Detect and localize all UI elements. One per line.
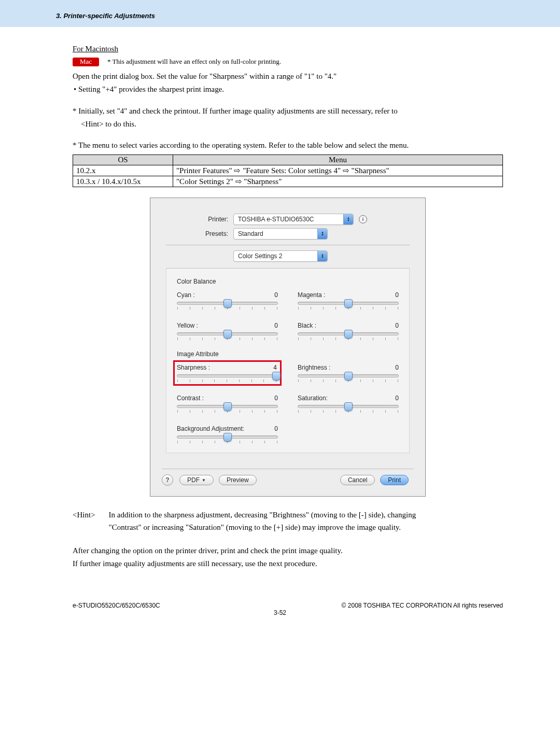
cell-os: 10.3.x / 10.4.x/10.5x <box>73 176 173 187</box>
page-header: 3. Printer-specific Adjustments <box>0 0 560 27</box>
slider-cyan[interactable]: Cyan : 0 <box>177 291 278 309</box>
os-menu-table: OS Menu 10.2.x "Printer Features" ⇨ "Fea… <box>73 154 503 187</box>
presets-select-value: Standard <box>234 230 268 237</box>
chevron-updown-icon: ▲▼ <box>343 214 353 224</box>
slider-background-adjustment[interactable]: Background Adjustment: 0 <box>177 425 278 443</box>
mac-note: * This adjustment will have an effect on… <box>107 58 281 66</box>
help-button[interactable]: ? <box>162 474 173 486</box>
slider-label: Saturation: <box>298 395 328 402</box>
slider-yellow[interactable]: Yellow : 0 <box>177 322 278 340</box>
cancel-button[interactable]: Cancel <box>340 475 375 485</box>
slider-contrast[interactable]: Contrast : 0 <box>177 395 278 413</box>
paragraph: * The menu to select varies according to… <box>73 139 503 151</box>
preview-button[interactable]: Preview <box>219 475 257 485</box>
printer-label: Printer: <box>166 216 233 223</box>
cell-menu: "Printer Features" ⇨ "Feature Sets: Colo… <box>173 165 503 176</box>
slider-value: 0 <box>274 425 278 432</box>
info-icon[interactable]: i <box>359 215 367 223</box>
chevron-updown-icon: ▲▼ <box>317 229 327 239</box>
printer-select-value: TOSHIBA e-STUDIO6530C <box>234 216 318 223</box>
paragraph: * Initially, set "4" and check the print… <box>73 105 503 117</box>
closing-line: After changing the option on the printer… <box>73 545 503 557</box>
print-dialog: Printer: TOSHIBA e-STUDIO6530C ▲▼ i Pres… <box>150 198 426 497</box>
slider-label: Magenta : <box>298 291 325 299</box>
table-row: 10.2.x "Printer Features" ⇨ "Feature Set… <box>73 165 503 176</box>
slider-label: Black : <box>298 322 316 329</box>
section-title: For Macintosh <box>73 45 503 53</box>
page-body: For Macintosh Mac * This adjustment will… <box>0 27 560 586</box>
chevron-updown-icon: ▲▼ <box>317 251 327 261</box>
pdf-button[interactable]: PDF ▼ <box>179 475 214 485</box>
section-image-attribute: Image Attribute <box>177 350 399 358</box>
chapter-title: 3. Printer-specific Adjustments <box>56 12 155 20</box>
slider-value: 0 <box>395 291 399 299</box>
slider-brightness[interactable]: Brightness : 0 <box>298 364 399 382</box>
closing-line: If further image quality adjustments are… <box>73 558 503 570</box>
color-settings-panel: Color Balance Cyan : 0 Magenta : 0 <box>166 268 410 453</box>
table-header-menu: Menu <box>173 155 503 165</box>
slider-value: 0 <box>395 322 399 329</box>
presets-label: Presets: <box>166 230 233 237</box>
chevron-down-icon: ▼ <box>202 478 206 483</box>
presets-select[interactable]: Standard ▲▼ <box>233 228 328 240</box>
hint-text: "Contrast" or increasing "Saturation" (m… <box>109 523 401 531</box>
page-footer: e-STUDIO5520C/6520C/6530C © 2008 TOSHIBA… <box>0 602 560 622</box>
slider-value: 0 <box>395 364 399 371</box>
mac-note-row: Mac * This adjustment will have an effec… <box>73 58 503 66</box>
slider-black[interactable]: Black : 0 <box>298 322 399 340</box>
paragraph: • Setting "+4" provides the sharpest pri… <box>73 83 503 95</box>
cell-menu: "Color Settings 2" ⇨ "Sharpness" <box>173 176 503 187</box>
slider-label: Sharpness : <box>177 364 210 371</box>
table-row: 10.3.x / 10.4.x/10.5x "Color Settings 2"… <box>73 176 503 187</box>
slider-value: 0 <box>274 291 278 299</box>
hint-block: <Hint> In addition to the sharpness adju… <box>73 509 503 533</box>
mac-badge: Mac <box>73 58 99 66</box>
cell-os: 10.2.x <box>73 165 173 176</box>
paragraph: Open the print dialog box. Set the value… <box>73 71 503 82</box>
footer-right: © 2008 TOSHIBA TEC CORPORATION All right… <box>342 602 503 609</box>
slider-value: 4 <box>273 364 277 371</box>
page-number: 3-52 <box>274 609 286 616</box>
section-color-balance: Color Balance <box>177 278 399 285</box>
hint-label: <Hint> <box>73 509 95 533</box>
slider-value: 0 <box>274 322 278 329</box>
slider-value: 0 <box>395 395 399 402</box>
footer-left: e-STUDIO5520C/6520C/6530C <box>73 602 160 609</box>
paragraph: <Hint> to do this. <box>73 118 503 130</box>
slider-label: Cyan : <box>177 291 195 299</box>
slider-label: Background Adjustment: <box>177 425 244 432</box>
slider-label: Brightness : <box>298 364 330 371</box>
slider-magenta[interactable]: Magenta : 0 <box>298 291 399 309</box>
slider-label: Contrast : <box>177 395 204 402</box>
printer-select[interactable]: TOSHIBA e-STUDIO6530C ▲▼ <box>233 214 354 225</box>
slider-saturation[interactable]: Saturation: 0 <box>298 395 399 413</box>
table-header-os: OS <box>73 155 173 165</box>
pane-select-value: Color Settings 2 <box>234 252 286 260</box>
slider-label: Yellow : <box>177 322 198 329</box>
slider-value: 0 <box>274 395 278 402</box>
pane-select[interactable]: Color Settings 2 ▲▼ <box>233 250 328 262</box>
pdf-button-label: PDF <box>187 476 200 484</box>
slider-sharpness[interactable]: Sharpness : 4 <box>177 364 278 382</box>
print-button[interactable]: Print <box>380 475 409 485</box>
hint-text: In addition to the sharpness adjustment,… <box>109 511 416 519</box>
